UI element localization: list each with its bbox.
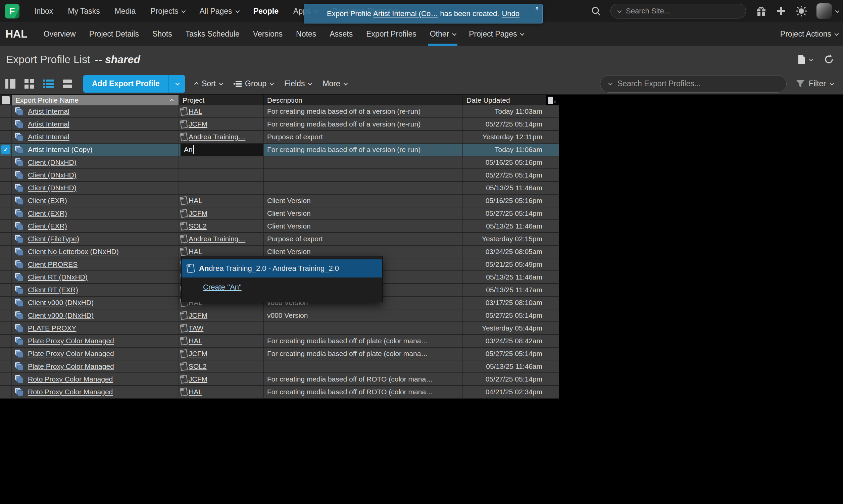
export-profile-link[interactable]: Artist Internal (Copy) xyxy=(28,146,93,154)
row-project-cell[interactable]: Andrea Training… xyxy=(179,131,264,143)
search-icon[interactable] xyxy=(591,6,601,16)
project-code[interactable]: HAL xyxy=(5,28,28,40)
table-row[interactable]: Client (EXR) JCFM Client Version 05/27/2… xyxy=(0,208,559,220)
table-row[interactable]: Client (EXR) HAL Client Version 05/16/25… xyxy=(0,195,559,208)
row-checkbox[interactable] xyxy=(0,335,12,347)
column-header-date-updated[interactable]: Date Updated xyxy=(463,95,546,105)
table-row[interactable]: ✓ Artist Internal (Copy) An For creating… xyxy=(0,144,559,156)
export-profile-search-input[interactable]: Search Export Profiles... xyxy=(600,75,787,93)
view-mode-grid-icon[interactable] xyxy=(24,79,34,89)
tab-versions[interactable]: Versions xyxy=(253,22,283,46)
autocomplete-create-option[interactable]: Create "An" xyxy=(182,277,382,297)
nav-people[interactable]: People xyxy=(253,7,279,16)
project-link[interactable]: HAL xyxy=(189,337,202,345)
row-checkbox[interactable] xyxy=(0,373,12,385)
export-profile-link[interactable]: Client v000 (DNxHD) xyxy=(28,299,94,307)
select-all-checkbox[interactable] xyxy=(0,95,12,105)
export-profile-link[interactable]: Roto Proxy Color Managed xyxy=(28,388,113,396)
export-profile-link[interactable]: Roto Proxy Color Managed xyxy=(28,375,113,383)
row-project-cell[interactable] xyxy=(179,182,264,194)
view-mode-list-icon[interactable] xyxy=(43,79,54,89)
row-checkbox[interactable] xyxy=(0,284,12,296)
row-checkbox[interactable] xyxy=(0,386,12,398)
row-checkbox[interactable] xyxy=(0,322,12,334)
table-row[interactable]: Client v000 (DNxHD) JCFM v000 Version 05… xyxy=(0,309,559,322)
add-export-profile-button[interactable]: Add Export Profile xyxy=(83,75,168,93)
group-menu[interactable]: Group xyxy=(234,79,273,88)
view-mode-cards-icon[interactable] xyxy=(62,79,72,89)
project-link[interactable]: JCFM xyxy=(189,350,208,358)
export-profile-link[interactable]: Client (DNxHD) xyxy=(28,184,76,192)
row-project-cell[interactable]: HAL xyxy=(179,105,264,118)
table-row[interactable]: Plate Proxy Color Managed HAL For creati… xyxy=(0,335,559,348)
export-profile-link[interactable]: Client RT (DNxHD) xyxy=(28,273,88,281)
row-project-cell[interactable]: SOL2 xyxy=(179,360,264,373)
project-link[interactable]: JCFM xyxy=(189,210,208,217)
project-link[interactable]: HAL xyxy=(189,248,202,256)
project-link[interactable]: HAL xyxy=(189,107,202,115)
table-row[interactable]: Plate Proxy Color Managed JCFM For creat… xyxy=(0,348,559,360)
chevron-down-icon[interactable] xyxy=(617,8,622,13)
project-link[interactable]: JCFM xyxy=(189,120,208,128)
export-profile-link[interactable]: Client (FileType) xyxy=(28,235,79,243)
table-row[interactable]: PLATE PROXY TAW Yesterday 05:44pm xyxy=(0,322,559,335)
tab-overview[interactable]: Overview xyxy=(43,22,76,46)
project-link[interactable]: Andrea Training… xyxy=(189,235,245,243)
toast-entity-link[interactable]: Artist Internal (Co… xyxy=(373,10,438,18)
project-link[interactable]: HAL xyxy=(189,388,202,396)
tab-project-pages[interactable]: Project Pages xyxy=(469,22,523,46)
add-export-profile-dropdown[interactable] xyxy=(168,75,185,93)
row-project-cell[interactable]: Andrea Training… xyxy=(179,233,264,245)
row-checkbox[interactable] xyxy=(0,360,12,373)
user-avatar[interactable] xyxy=(817,3,832,19)
row-checkbox[interactable] xyxy=(0,233,12,245)
sort-menu[interactable]: Sort xyxy=(195,79,222,88)
export-profile-link[interactable]: Artist Internal xyxy=(28,107,70,115)
nav-projects[interactable]: Projects xyxy=(150,7,184,16)
row-checkbox[interactable] xyxy=(0,118,12,130)
more-menu[interactable]: More xyxy=(323,79,346,88)
theme-sun-icon[interactable] xyxy=(796,5,807,17)
row-project-cell[interactable]: SOL2 xyxy=(179,220,264,232)
nav-inbox[interactable]: Inbox xyxy=(34,7,53,16)
row-project-cell[interactable]: JCFM xyxy=(179,348,264,360)
row-checkbox[interactable] xyxy=(0,296,12,309)
row-project-cell[interactable]: JCFM xyxy=(179,118,264,130)
row-checkbox[interactable] xyxy=(0,156,12,168)
export-profile-link[interactable]: Client (DNxHD) xyxy=(28,171,76,179)
gift-icon[interactable] xyxy=(755,5,767,17)
plus-icon[interactable] xyxy=(776,6,786,16)
table-row[interactable]: Client (FileType) Andrea Training… Purpo… xyxy=(0,233,559,246)
nav-all-pages[interactable]: All Pages xyxy=(199,7,238,16)
export-profile-link[interactable]: Client v000 (DNxHD) xyxy=(28,311,94,320)
autocomplete-option-andrea-training[interactable]: Andrea Training_2.0 - Andrea Training_2.… xyxy=(182,259,382,277)
toast-undo-link[interactable]: Undo xyxy=(502,10,520,18)
chevron-down-icon[interactable] xyxy=(809,57,813,61)
table-row[interactable]: Client (DNxHD) 05/13/25 11:46am xyxy=(0,182,559,195)
row-project-cell[interactable]: An xyxy=(179,144,264,156)
row-project-cell[interactable]: TAW xyxy=(179,322,264,334)
row-checkbox[interactable] xyxy=(0,195,12,207)
export-profile-link[interactable]: Client RT (EXR) xyxy=(28,286,78,294)
page-menu-icon[interactable] xyxy=(798,54,812,65)
export-profile-link[interactable]: Client (EXR) xyxy=(28,222,67,230)
project-link[interactable]: HAL xyxy=(189,197,202,205)
export-profile-link[interactable]: PLATE PROXY xyxy=(28,324,76,332)
project-link[interactable]: TAW xyxy=(189,324,203,332)
row-checkbox[interactable] xyxy=(0,220,12,232)
nav-my-tasks[interactable]: My Tasks xyxy=(68,7,100,16)
toast-close-icon[interactable]: x xyxy=(536,5,538,11)
row-checkbox[interactable] xyxy=(0,208,12,219)
export-profile-link[interactable]: Client (DNxHD) xyxy=(28,158,76,166)
row-project-cell[interactable]: JCFM xyxy=(179,373,264,385)
add-column-button[interactable]: + xyxy=(546,95,559,105)
refresh-icon[interactable] xyxy=(824,54,834,65)
export-profile-link[interactable]: Client PRORES xyxy=(28,260,77,268)
table-row[interactable]: Client (DNxHD) 05/16/25 05:16pm xyxy=(0,156,559,169)
row-checkbox[interactable]: ✓ xyxy=(0,144,12,156)
column-header-project[interactable]: Project xyxy=(179,95,264,105)
table-row[interactable]: Artist Internal JCFM For creating media … xyxy=(0,118,559,131)
tab-export-profiles[interactable]: Export Profiles xyxy=(366,22,416,46)
table-row[interactable]: Client (EXR) SOL2 Client Version 05/13/2… xyxy=(0,220,559,233)
nav-media[interactable]: Media xyxy=(115,7,136,16)
